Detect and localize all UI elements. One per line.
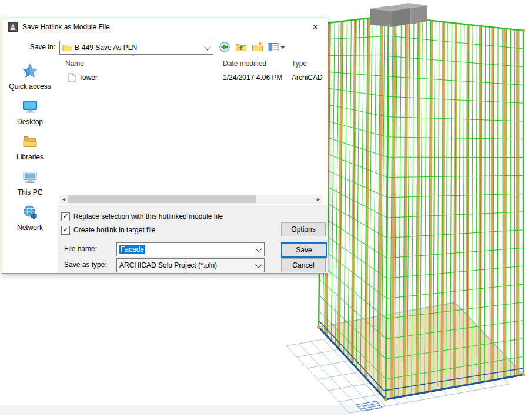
check-icon: ✓ <box>63 226 68 233</box>
dialog-titlebar[interactable]: Save Hotlink as Module File × <box>2 18 328 36</box>
folder-icon <box>62 44 72 52</box>
dialog-title: Save Hotlink as Module File <box>22 23 110 31</box>
check-icon: ✓ <box>63 213 68 219</box>
up-folder-icon <box>235 41 247 53</box>
sidebar-item-quick-access[interactable]: Quick access <box>2 63 58 91</box>
column-header-label: Type <box>292 59 307 68</box>
chevron-down-icon <box>255 243 264 256</box>
save-as-type-combo[interactable]: ARCHICAD Solo Project (*.pln) <box>116 258 265 272</box>
document-icon <box>68 73 76 84</box>
column-header-date-modified[interactable]: Date modified <box>223 59 282 68</box>
button-label: Options <box>291 225 315 234</box>
sidebar-item-label: Desktop <box>2 118 58 126</box>
libraries-icon <box>22 144 38 152</box>
sidebar-item-label: Network <box>2 224 58 232</box>
file-row-tower[interactable]: Tower 1/24/2017 4:06 PM ArchiCAD <box>59 72 323 84</box>
back-icon <box>219 41 230 53</box>
close-button[interactable]: × <box>303 18 328 35</box>
replace-selection-checkbox[interactable]: ✓ <box>61 212 70 221</box>
horizontal-scrollbar[interactable]: ◀ ▶ <box>59 195 323 204</box>
sidebar-item-libraries[interactable]: Libraries <box>2 134 58 161</box>
scroll-right-arrow[interactable]: ▶ <box>314 195 323 204</box>
view-menu-icon <box>268 41 286 53</box>
new-folder-icon <box>252 41 263 53</box>
sidebar-item-label: Libraries <box>2 153 58 161</box>
save-as-type-label: Save as type: <box>64 261 107 269</box>
file-name-cell: Tower <box>79 74 98 82</box>
file-name-combo[interactable]: Facade <box>116 242 265 256</box>
sidebar-item-this-pc[interactable]: This PC <box>2 169 58 196</box>
column-header-name[interactable]: Name <box>65 59 148 68</box>
chevron-down-icon <box>203 41 213 54</box>
scrollbar-track[interactable] <box>68 195 314 204</box>
save-as-type-value: ARCHICAD Solo Project (*.pln) <box>119 261 255 269</box>
scrollbar-thumb[interactable] <box>68 195 256 203</box>
options-button[interactable]: Options <box>281 222 326 236</box>
up-one-level-button[interactable] <box>234 41 248 54</box>
checkbox-label: Create hotlink in target file <box>73 226 155 234</box>
column-header-label: Date modified <box>223 59 266 68</box>
desktop-icon <box>22 108 38 116</box>
file-date-cell: 1/24/2017 4:06 PM <box>223 74 282 82</box>
column-header-label: Name <box>65 59 84 68</box>
create-hotlink-checkbox[interactable]: ✓ <box>61 226 70 235</box>
column-header-type[interactable]: Type <box>292 59 324 68</box>
sidebar-item-desktop[interactable]: Desktop <box>2 98 58 126</box>
button-label: Cancel <box>292 261 314 269</box>
scroll-left-arrow[interactable]: ◀ <box>59 195 68 204</box>
save-in-label: Save in: <box>7 43 55 51</box>
sidebar-item-label: Quick access <box>2 82 58 91</box>
new-folder-button[interactable] <box>250 41 265 54</box>
network-icon <box>22 214 38 222</box>
back-button[interactable] <box>218 41 232 54</box>
sidebar-item-network[interactable]: Network <box>2 204 58 232</box>
save-button[interactable]: Save <box>281 242 327 258</box>
file-name-label: File name: <box>64 245 97 253</box>
close-icon: × <box>313 22 318 32</box>
file-name-value: Facade <box>119 245 145 254</box>
sidebar-item-label: This PC <box>2 188 58 196</box>
dialog-toolbar <box>218 41 287 54</box>
quick-access-star-icon <box>22 73 38 81</box>
view-menu-button[interactable] <box>267 41 287 54</box>
archicad-app-icon <box>8 22 18 32</box>
save-in-value: B-449 Save As PLN <box>75 44 203 52</box>
button-label: Save <box>296 246 312 254</box>
save-in-combo[interactable]: B-449 Save As PLN <box>59 41 213 55</box>
file-type-cell: ArchiCAD <box>292 74 323 82</box>
create-hotlink-checkbox-row[interactable]: ✓ Create hotlink in target file <box>61 225 155 235</box>
cancel-button[interactable]: Cancel <box>281 258 326 272</box>
checkbox-label: Replace selection with this hotlinked mo… <box>73 212 223 221</box>
save-hotlink-dialog: Save Hotlink as Module File × Save in: B… <box>2 18 328 274</box>
chevron-down-icon <box>255 259 264 272</box>
replace-selection-checkbox-row[interactable]: ✓ Replace selection with this hotlinked … <box>61 212 223 221</box>
this-pc-icon <box>22 179 38 187</box>
